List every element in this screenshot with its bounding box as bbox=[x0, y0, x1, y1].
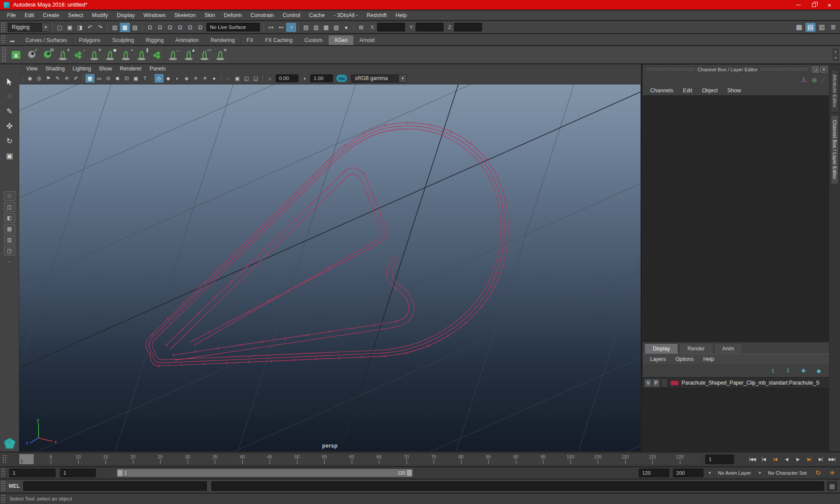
flat-shade-icon[interactable]: ◐ bbox=[173, 74, 182, 83]
go-to-end-button[interactable]: ▶▶| bbox=[826, 454, 837, 465]
shelf-tab[interactable]: Rendering bbox=[204, 35, 240, 45]
current-frame-field[interactable]: 1 bbox=[705, 455, 734, 464]
scale-tool-icon[interactable]: ▣ bbox=[2, 148, 17, 163]
chevron-down-icon[interactable]: ▼ bbox=[708, 471, 712, 475]
move-tool-icon[interactable]: ✜ bbox=[2, 119, 17, 133]
rotate-tool-icon[interactable]: ↻ bbox=[2, 133, 17, 148]
auto-keyframe-toggle-icon[interactable]: ↻ bbox=[813, 469, 823, 478]
transform-entry-icon[interactable]: ⊞ bbox=[356, 23, 366, 32]
select-hierarchy-mode-icon[interactable]: ▧ bbox=[110, 23, 120, 32]
new-scene-icon[interactable]: ▢ bbox=[55, 23, 65, 32]
step-back-key-button[interactable]: |◀ bbox=[770, 454, 780, 465]
minimize-button[interactable] bbox=[790, 0, 806, 10]
character-set-selector[interactable]: No Character Set bbox=[765, 469, 809, 477]
shelf-scroll-up-icon[interactable]: ▲ bbox=[833, 49, 839, 54]
select-tool-icon[interactable] bbox=[2, 74, 17, 89]
snap-to-grid-icon[interactable]: Ω bbox=[145, 23, 155, 32]
grid-toggle-icon[interactable]: ▦ bbox=[85, 74, 94, 83]
speed-controls-icon[interactable] bbox=[812, 77, 817, 83]
gate-mask-icon[interactable]: ◙ bbox=[113, 74, 122, 83]
layer-editor-tab[interactable]: Render bbox=[679, 343, 713, 354]
select-camera-icon[interactable]: ◉ bbox=[25, 74, 35, 83]
close-button[interactable]: × bbox=[822, 0, 837, 10]
channel-box-menu-item[interactable]: Object bbox=[697, 88, 722, 94]
menubar-item[interactable]: Modify bbox=[88, 10, 112, 20]
gamma-selector[interactable]: sRGB gamma ▼ bbox=[351, 74, 407, 83]
shelf-tab[interactable]: Arnold bbox=[354, 35, 381, 45]
xgen-lock-curves-icon[interactable]: X ▪ bbox=[119, 47, 133, 62]
contrast-input[interactable]: 1.00 bbox=[310, 74, 333, 82]
layer-color-swatch[interactable] bbox=[670, 380, 679, 386]
camera-2d-pan-zoom-icon[interactable]: ✐ bbox=[71, 74, 80, 83]
range-end-handle[interactable] bbox=[407, 470, 412, 476]
restore-button[interactable] bbox=[806, 0, 822, 10]
menubar-item[interactable]: Display bbox=[112, 10, 139, 20]
move-layer-down-icon[interactable]: ⇩ bbox=[783, 366, 793, 375]
smooth-shade-icon[interactable]: ◆ bbox=[164, 74, 173, 83]
command-result[interactable] bbox=[211, 481, 824, 491]
step-back-frame-button[interactable]: |◀ bbox=[758, 454, 769, 465]
selection-highlight-icon[interactable]: ◌ bbox=[224, 74, 233, 83]
channel-box-menu-item[interactable]: Show bbox=[723, 88, 746, 94]
undo-icon[interactable]: ↶ bbox=[85, 23, 95, 32]
menubar-item[interactable]: File bbox=[3, 10, 20, 20]
make-live-icon[interactable]: Ω bbox=[195, 23, 205, 32]
viewport-menu-item[interactable]: Shading bbox=[42, 66, 69, 72]
exposure-input[interactable]: 0.00 bbox=[276, 74, 298, 82]
input-connections-icon[interactable]: ↦ bbox=[266, 23, 276, 32]
shelf-icons-grip[interactable] bbox=[2, 47, 7, 62]
pop-out-panel-icon[interactable]: ◲ bbox=[251, 74, 260, 83]
menubar-item[interactable]: Skeleton bbox=[170, 10, 200, 20]
shelf-tab[interactable]: Custom bbox=[298, 35, 328, 45]
use-all-lights-icon[interactable]: ✳ bbox=[191, 74, 200, 83]
go-to-start-button[interactable]: |◀◀ bbox=[747, 454, 758, 465]
sidebar-vertical-tab[interactable]: Channel Box / Layer Editor bbox=[831, 115, 839, 184]
menu-set-selector[interactable]: Rigging ▼ bbox=[8, 23, 50, 32]
toolbar-grip[interactable] bbox=[1, 22, 6, 32]
menubar-item[interactable]: Edit bbox=[20, 10, 38, 20]
resolution-gate-icon[interactable]: ⊙ bbox=[104, 74, 113, 83]
animation-preferences-icon[interactable]: ✳ bbox=[827, 469, 837, 478]
safe-action-icon[interactable]: ▣ bbox=[131, 74, 140, 83]
close-panel-icon[interactable]: ✕ bbox=[820, 66, 827, 73]
layout-more-button[interactable]: - bbox=[9, 259, 10, 265]
step-forward-key-button[interactable]: ▶| bbox=[804, 454, 815, 465]
panel-title-bar[interactable]: Channel Box / Layer Editor ❏ ✕ bbox=[643, 65, 829, 74]
layer-editor-tab[interactable]: Display bbox=[644, 343, 678, 354]
open-scene-icon[interactable]: ▣ bbox=[65, 23, 75, 32]
float-panel-icon[interactable]: ❏ bbox=[812, 66, 819, 73]
camera-keys-icon[interactable]: ✛ bbox=[62, 74, 71, 83]
layer-visibility-toggle[interactable]: V bbox=[644, 379, 652, 387]
ipr-render-icon[interactable]: ▥ bbox=[311, 23, 321, 32]
command-input[interactable] bbox=[23, 481, 207, 491]
y-axis-input[interactable] bbox=[416, 23, 444, 32]
viewport-canvas[interactable]: .wire{stroke:var(--wire);fill:none;strok… bbox=[19, 84, 641, 452]
animation-end-field[interactable]: 200 bbox=[673, 469, 704, 477]
shelf-tab[interactable]: FX Caching bbox=[259, 35, 298, 45]
channel-box-menu-item[interactable]: Channels bbox=[645, 88, 678, 94]
three-pane-layout-button[interactable]: ◧ bbox=[4, 213, 15, 223]
playback-start-field[interactable]: 1 bbox=[60, 469, 96, 477]
z-axis-input[interactable] bbox=[454, 23, 482, 32]
create-layer-from-selected-icon[interactable]: ◆ bbox=[814, 366, 824, 375]
x-axis-input[interactable] bbox=[377, 23, 405, 32]
channel-list-area[interactable] bbox=[643, 95, 829, 342]
redo-icon[interactable]: ↷ bbox=[95, 23, 105, 32]
xgen-width-ramp-icon[interactable]: X ↔ bbox=[166, 47, 181, 62]
shelf-tab[interactable]: Curves / Surfaces bbox=[19, 35, 73, 45]
menubar-item[interactable]: Control bbox=[278, 10, 304, 20]
color-management-toggle[interactable]: ON bbox=[336, 74, 347, 82]
snap-to-points-icon[interactable]: Ω bbox=[165, 23, 175, 32]
xgen-layers-icon[interactable]: X bbox=[150, 47, 165, 62]
layer-editor-menu-item[interactable]: Help bbox=[698, 356, 719, 362]
layer-name[interactable]: Parachute_Shaped_Paper_Clip_mb_standart:… bbox=[682, 380, 819, 386]
manipulator-triad-icon[interactable] bbox=[800, 76, 808, 84]
grease-pencil-icon[interactable]: ✎ bbox=[53, 74, 62, 83]
script-editor-icon[interactable]: ▤ bbox=[827, 481, 837, 491]
layer-playback-toggle[interactable]: P bbox=[652, 379, 660, 387]
tool-settings-toggle-icon[interactable]: ▥ bbox=[817, 23, 827, 32]
outliner-pane-layout-button[interactable]: ▥ bbox=[4, 235, 15, 245]
move-layer-up-icon[interactable]: ⇧ bbox=[768, 366, 778, 375]
timeline-ruler[interactable]: 1 5 10 15 20 25 30 35 40 45 50 55 bbox=[18, 453, 701, 465]
playback-end-field[interactable]: 120 bbox=[639, 469, 669, 477]
